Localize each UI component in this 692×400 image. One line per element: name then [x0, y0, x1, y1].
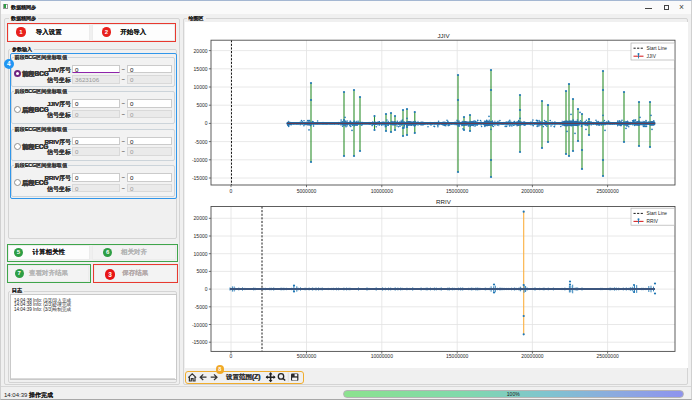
svg-text:-15000: -15000 — [192, 175, 208, 181]
svg-text:5000000: 5000000 — [297, 353, 317, 359]
svg-text:-15000: -15000 — [192, 339, 208, 345]
svg-text:25000000: 25000000 — [596, 188, 618, 194]
svg-text:10000000: 10000000 — [371, 188, 393, 194]
svg-text:0: 0 — [230, 353, 233, 359]
svg-text:20000000: 20000000 — [521, 188, 543, 194]
svg-text:10000: 10000 — [194, 84, 208, 90]
svg-text:20000: 20000 — [194, 48, 208, 54]
svg-text:0: 0 — [205, 286, 208, 292]
svg-text:15000: 15000 — [194, 233, 208, 239]
svg-text:15000: 15000 — [194, 66, 208, 72]
svg-text:5000: 5000 — [196, 268, 207, 274]
svg-text:25000000: 25000000 — [596, 353, 618, 359]
svg-text:5000000: 5000000 — [297, 188, 317, 194]
svg-text:20000: 20000 — [194, 215, 208, 221]
svg-text:15000000: 15000000 — [446, 353, 468, 359]
svg-text:Start Line: Start Line — [647, 46, 668, 51]
svg-text:JJIV: JJIV — [437, 32, 450, 39]
svg-text:Start Line: Start Line — [647, 211, 668, 216]
svg-text:JJIV: JJIV — [647, 54, 657, 59]
svg-text:-5000: -5000 — [195, 304, 208, 310]
svg-text:0: 0 — [230, 188, 233, 194]
svg-text:5000: 5000 — [196, 102, 207, 108]
svg-text:RRIV: RRIV — [647, 219, 659, 224]
svg-text:15000000: 15000000 — [446, 188, 468, 194]
svg-text:20000000: 20000000 — [521, 353, 543, 359]
svg-text:10000000: 10000000 — [371, 353, 393, 359]
svg-text:-5000: -5000 — [195, 139, 208, 145]
svg-text:RRIV: RRIV — [436, 198, 452, 205]
svg-text:-10000: -10000 — [192, 157, 208, 163]
svg-text:-10000: -10000 — [192, 322, 208, 328]
svg-text:0: 0 — [205, 120, 208, 126]
svg-text:10000: 10000 — [194, 251, 208, 257]
